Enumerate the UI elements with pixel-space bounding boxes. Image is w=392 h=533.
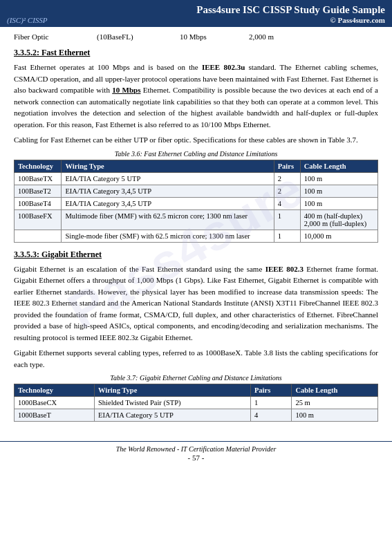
table-36-cell: 400 m (half-duplex) 2,000 m (full-duplex… xyxy=(300,209,377,230)
page-footer: The World Renowned - IT Certification Ma… xyxy=(0,441,392,463)
section-352-heading: 3.3.5.2: Fast Ethernet xyxy=(14,48,378,58)
table-36-cell: EIA/TIA Category 3,4,5 UTP xyxy=(62,185,274,197)
table-36-cell: Multimode fiber (MMF) with 62.5 micron c… xyxy=(62,209,274,230)
header-title: Pass4sure ISC CISSP Study Guide Sample xyxy=(7,4,385,16)
header-left: (ISC)² CISSP xyxy=(7,16,48,24)
main-content: Fiber Optic (10BaseFL) 10 Mbps 2,000 m 3… xyxy=(0,27,392,434)
table-36-cell: 100BaseT2 xyxy=(15,185,62,197)
footer-page: - 57 - xyxy=(0,453,392,462)
table-36-cell: 1 xyxy=(274,209,300,230)
table-36-header-pairs: Pairs xyxy=(274,160,300,172)
table-36-cell: 100 m xyxy=(300,185,377,197)
page-header: Pass4sure ISC CISSP Study Guide Sample (… xyxy=(0,0,392,27)
table-36-cell: 100BaseFX xyxy=(15,209,62,230)
section-352-para2: Cabling for Fast Ethernet can be either … xyxy=(14,134,378,146)
fiber-optic-row: Fiber Optic (10BaseFL) 10 Mbps 2,000 m xyxy=(14,32,378,41)
header-subtitle: (ISC)² CISSP © Pass4sure.com xyxy=(7,16,385,24)
table-37-cell: 25 m xyxy=(292,397,378,409)
table-36-cell: 4 xyxy=(274,197,300,209)
table-37-cell: 1 xyxy=(250,397,291,409)
table-36-header-wiring: Wiring Type xyxy=(62,160,274,172)
table-37-cell: EIA/TIA Category 5 UTP xyxy=(94,409,250,422)
table-37-cell: 1000BaseT xyxy=(15,409,95,422)
table-37-header-cable: Cable Length xyxy=(292,384,378,397)
table-36-header-technology: Technology xyxy=(15,160,62,172)
fiber-standard: (10BaseFL) xyxy=(97,32,180,41)
table-36-cell: 2 xyxy=(274,185,300,197)
table-37-header-technology: Technology xyxy=(15,384,95,397)
table-36-cell: EIA/TIA Category 3,4,5 UTP xyxy=(62,197,274,209)
header-right: © Pass4sure.com xyxy=(330,16,385,24)
section-353-para2: Gigabit Ethernet supports several cablin… xyxy=(14,347,378,370)
table-37-cell: 4 xyxy=(250,409,291,422)
table-36-caption: Table 3.6: Fast Ethernet Cabling and Dis… xyxy=(14,150,378,158)
footer-label: The World Renowned - IT Certification Ma… xyxy=(0,445,392,453)
table-37-caption: Table 3.7: Gigabit Ethernet Cabling and … xyxy=(14,374,378,382)
section-353-para1: Gigabit Ethernet is an escalation of the… xyxy=(14,263,378,344)
section-353-heading: 3.3.5.3: Gigabit Ethernet xyxy=(14,250,378,260)
table-37-header-wiring: Wiring Type xyxy=(94,384,250,397)
table-36: Technology Wiring Type Pairs Cable Lengt… xyxy=(14,160,378,243)
table-36-cell: 1 xyxy=(274,230,300,242)
fiber-speed: 10 Mbps xyxy=(180,32,249,41)
table-36-cell xyxy=(15,230,62,242)
table-36-cell: EIA/TIA Category 5 UTP xyxy=(62,172,274,185)
table-36-cell: 100 m xyxy=(300,172,377,185)
section-352-para1: Fast Ethernet operates at 100 Mbps and i… xyxy=(14,62,378,130)
table-36-cell: Single-mode fiber (SMF) with 62.5 micron… xyxy=(62,230,274,242)
table-37-cell: 100 m xyxy=(292,409,378,422)
table-36-cell: 100BaseT4 xyxy=(15,197,62,209)
table-37-header-pairs: Pairs xyxy=(250,384,291,397)
table-36-cell: 100BaseTX xyxy=(15,172,62,185)
table-37-cell: Shielded Twisted Pair (STP) xyxy=(94,397,250,409)
table-36-header-cable: Cable Length xyxy=(300,160,377,172)
table-36-cell: 10,000 m xyxy=(300,230,377,242)
table-36-cell: 100 m xyxy=(300,197,377,209)
table-36-cell: 2 xyxy=(274,172,300,185)
fiber-type: Fiber Optic xyxy=(14,32,97,41)
table-37: Technology Wiring Type Pairs Cable Lengt… xyxy=(14,384,378,422)
fiber-distance: 2,000 m xyxy=(249,32,304,41)
table-37-cell: 1000BaseCX xyxy=(15,397,95,409)
